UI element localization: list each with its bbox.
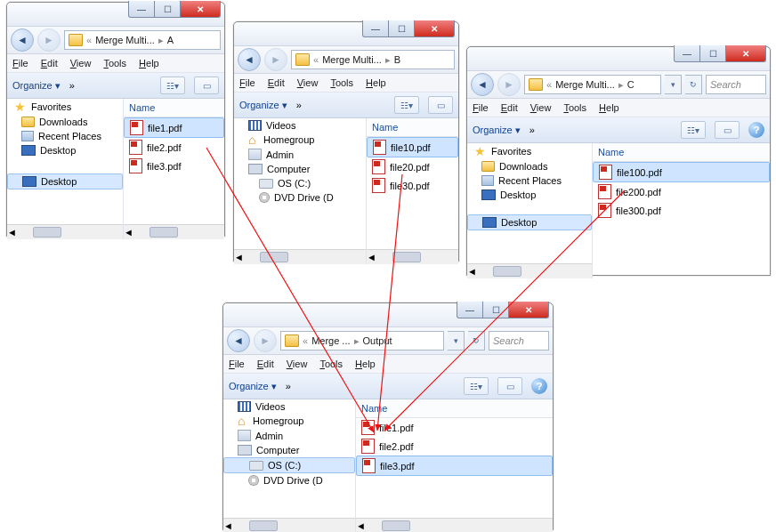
preview-pane-button[interactable]: ▭ [715,121,740,139]
back-button[interactable]: ◄ [227,329,250,352]
organize-button[interactable]: Organize ▾ [229,381,277,392]
breadcrumb[interactable]: Merge Multi... [95,35,155,45]
nav-tree[interactable]: Videos Homegroup Admin Computer OS (C:) … [223,399,356,532]
nav-tree[interactable]: Favorites Downloads Recent Places Deskto… [7,99,124,239]
close-button[interactable]: ✕ [181,1,221,18]
file-item[interactable]: file30.pdf [367,176,458,195]
forward-button[interactable]: ► [497,73,521,96]
menu-help[interactable]: Help [366,77,386,88]
tree-desktop-selected[interactable]: Desktop [7,173,123,189]
scrollbar[interactable]: ◄ [356,518,553,532]
address-dropdown[interactable]: ▾ [665,75,682,94]
file-list[interactable]: Name file100.pdf file200.pdf file300.pdf [593,143,770,278]
preview-pane-button[interactable]: ▭ [428,96,453,114]
breadcrumb[interactable]: Merge Multi... [555,79,615,90]
breadcrumb[interactable]: B [394,54,400,65]
file-item[interactable]: file1.pdf [124,117,224,138]
back-button[interactable]: ◄ [238,48,261,71]
titlebar[interactable]: —☐✕ [467,47,770,71]
address-bar[interactable]: « Merge Multi...▸ C [524,75,661,94]
minimize-button[interactable]: — [128,1,155,18]
organize-button[interactable]: Organize ▾ [239,100,287,111]
minimize-button[interactable]: — [674,45,700,62]
close-button[interactable]: ✕ [509,302,549,318]
toolbar-more[interactable]: » [286,381,291,391]
back-button[interactable]: ◄ [11,28,34,52]
tree-homegroup[interactable]: Homegroup [263,134,314,145]
file-item[interactable]: file300.pdf [593,201,770,220]
forward-button[interactable]: ► [264,48,287,71]
titlebar[interactable]: —☐✕ [223,303,553,327]
titlebar[interactable]: —☐✕ [234,22,458,46]
breadcrumb[interactable]: Merge ... [311,335,350,346]
file-list[interactable]: Name file1.pdf file2.pdf file3.pdf ◄ [124,99,224,239]
view-button[interactable]: ☷▾ [681,121,706,139]
column-header-name[interactable]: Name [593,143,770,162]
address-bar[interactable]: « Merge ...▸ Output [280,331,444,351]
tree-os-c-selected[interactable]: OS (C:) [223,457,355,473]
tree-admin[interactable]: Admin [266,149,294,160]
menu-edit[interactable]: Edit [501,102,518,113]
maximize-button[interactable]: ☐ [155,1,181,18]
tree-recent[interactable]: Recent Places [498,175,562,186]
column-header-name[interactable]: Name [367,118,458,137]
help-button[interactable]: ? [748,122,764,138]
close-button[interactable]: ✕ [415,20,455,37]
breadcrumb[interactable]: Output [363,335,392,346]
file-item[interactable]: file2.pdf [124,138,224,157]
toolbar-more[interactable]: » [296,100,302,110]
tree-desktop[interactable]: Desktop [40,145,76,156]
file-item[interactable]: file3.pdf [356,455,553,476]
menu-view[interactable]: View [70,58,92,69]
preview-pane-button[interactable]: ▭ [194,77,219,94]
menu-help[interactable]: Help [599,102,619,113]
menu-help[interactable]: Help [139,58,159,69]
tree-computer[interactable]: Computer [267,164,310,174]
scrollbar[interactable]: ◄ [223,518,355,532]
file-item[interactable]: file1.pdf [356,418,553,437]
menu-edit[interactable]: Edit [268,77,285,88]
minimize-button[interactable]: — [362,20,389,37]
tree-dvd[interactable]: DVD Drive (D [263,475,323,486]
tree-os-c[interactable]: OS (C:) [278,178,311,189]
view-button[interactable]: ☷▾ [464,377,489,395]
file-item[interactable]: file20.pdf [367,157,458,176]
menu-tools[interactable]: Tools [319,359,343,369]
address-bar[interactable]: « Merge Multi...▸ B [291,50,455,69]
breadcrumb[interactable]: Merge Multi... [322,54,382,65]
search-input[interactable]: Search [489,331,549,351]
tree-favorites[interactable]: Favorites [491,146,531,157]
tree-desktop-selected[interactable]: Desktop [467,214,592,230]
titlebar[interactable]: — ☐ ✕ [7,3,224,27]
minimize-button[interactable]: — [457,302,483,318]
tree-homegroup[interactable]: Homegroup [253,415,303,426]
file-item[interactable]: file2.pdf [356,437,553,455]
menu-tools[interactable]: Tools [563,102,586,113]
breadcrumb[interactable]: A [167,35,174,45]
column-header-name[interactable]: Name [356,399,553,418]
menu-file[interactable]: File [229,359,245,369]
forward-button[interactable]: ► [254,329,277,352]
column-header-name[interactable]: Name [124,99,224,117]
file-list[interactable]: Name file1.pdf file2.pdf file3.pdf ◄ [356,399,553,532]
tree-admin[interactable]: Admin [255,431,283,441]
scrollbar[interactable]: ◄ [234,249,366,264]
maximize-button[interactable]: ☐ [700,45,726,62]
organize-button[interactable]: Organize ▾ [473,125,521,136]
scrollbar[interactable]: ◄ [7,224,123,239]
view-button[interactable]: ☷▾ [160,77,185,94]
search-input[interactable]: Search [706,75,766,94]
menu-file[interactable]: File [239,77,255,88]
tree-computer[interactable]: Computer [256,445,299,455]
menu-help[interactable]: Help [355,359,376,369]
organize-button[interactable]: Organize ▾ [12,80,61,92]
menu-file[interactable]: File [12,58,28,69]
preview-pane-button[interactable]: ▭ [497,377,522,395]
nav-tree[interactable]: Videos Homegroup Admin Computer OS (C:) … [234,118,367,264]
menu-edit[interactable]: Edit [41,58,58,69]
close-button[interactable]: ✕ [726,45,766,62]
refresh-button[interactable]: ↻ [685,75,702,94]
tree-videos[interactable]: Videos [266,120,295,131]
address-bar[interactable]: « Merge Multi... ▸ A [64,30,221,50]
menu-tools[interactable]: Tools [103,58,126,69]
